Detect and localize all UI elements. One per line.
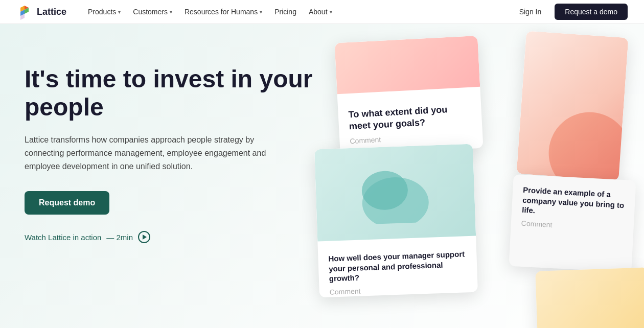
nav-item-customers[interactable]: Customers ▾	[128, 5, 177, 19]
hero-section: It's time to invest in your people Latti…	[0, 24, 644, 328]
nav-links: Products ▾ Customers ▾ Resources for Hum…	[83, 5, 514, 19]
chevron-down-icon: ▾	[330, 9, 332, 15]
hero-title: It's time to invest in your people	[25, 65, 313, 121]
card3-content: How well does your manager support your …	[325, 154, 468, 296]
logo-icon	[16, 4, 33, 20]
hero-subtitle: Lattice transforms how companies approac…	[25, 133, 270, 173]
nav-item-pricing[interactable]: Pricing	[269, 5, 302, 19]
logo[interactable]: Lattice	[16, 4, 66, 20]
nav-actions: Sign In Request a demo	[514, 4, 628, 20]
watch-action-link[interactable]: Watch Lattice in action — 2min	[25, 231, 313, 243]
nav-item-products[interactable]: Products ▾	[83, 5, 126, 19]
hero-content: It's time to invest in your people Latti…	[0, 24, 337, 328]
chevron-down-icon: ▾	[260, 9, 262, 15]
survey-card-1: To what extent did you meet your goals? …	[334, 36, 483, 155]
chevron-down-icon: ▾	[118, 9, 121, 15]
card4-comment: Comment	[521, 219, 624, 232]
card1-question: To what extent did you meet your goals?	[348, 103, 472, 133]
logo-text: Lattice	[37, 7, 66, 17]
request-demo-hero-button[interactable]: Request demo	[25, 191, 109, 215]
chevron-down-icon: ▾	[170, 9, 172, 15]
card4-question: Provide an example of a company value yo…	[522, 185, 626, 220]
survey-card-2	[516, 31, 628, 180]
card1-comment: Comment	[350, 130, 473, 145]
survey-card-5	[535, 267, 644, 328]
play-button[interactable]	[138, 231, 150, 243]
card3-comment: Comment	[329, 283, 467, 296]
survey-card-3: How well does your manager support your …	[314, 144, 478, 298]
sign-in-button[interactable]: Sign In	[514, 5, 547, 19]
cards-area: To what extent did you meet your goals? …	[307, 34, 644, 328]
watch-duration-text: — 2min	[106, 233, 133, 242]
card1-content: To what extent did you meet your goals? …	[345, 46, 472, 145]
watch-action-text: Watch Lattice in action	[25, 233, 101, 242]
survey-card-4: Provide an example of a company value yo…	[509, 174, 636, 272]
navbar: Lattice Products ▾ Customers ▾ Resources…	[0, 0, 644, 24]
nav-item-resources[interactable]: Resources for Humans ▾	[179, 5, 267, 19]
nav-item-about[interactable]: About ▾	[304, 5, 337, 19]
card3-question: How well does your manager support your …	[328, 249, 467, 284]
request-demo-nav-button[interactable]: Request a demo	[555, 4, 628, 20]
play-triangle-icon	[143, 235, 147, 240]
